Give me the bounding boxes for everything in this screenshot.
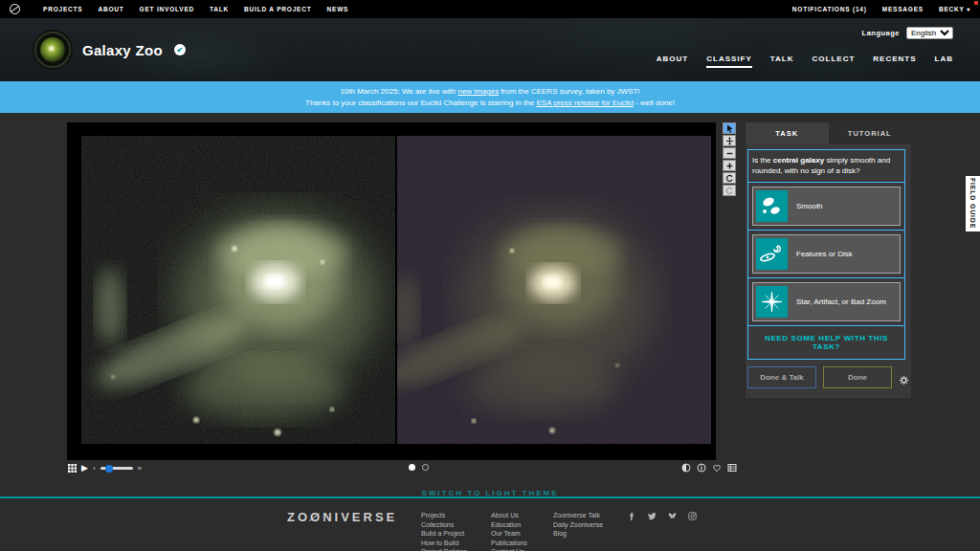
star-artifact-icon: [756, 286, 788, 318]
banner-line-1: 10th March 2025: We are live with new im…: [0, 86, 980, 98]
task-question: Is the central galaxy simply smooth and …: [748, 150, 904, 183]
nav-collect[interactable]: COLLECT: [813, 55, 856, 68]
viewer-controls: ▶ › »: [67, 462, 737, 474]
footer-link[interactable]: Publications: [491, 540, 527, 546]
topbar-notifications[interactable]: NOTIFICATIONS (14): [792, 6, 867, 12]
answer-smooth-button[interactable]: Smooth: [752, 187, 901, 226]
topbar-messages[interactable]: MESSAGES: [882, 6, 924, 12]
topbar-about[interactable]: ABOUT: [98, 6, 123, 12]
footer-column-talk: Zooniverse Talk Daily Zooniverse Blog: [553, 512, 603, 537]
viewer-toolbar: [723, 122, 736, 196]
language-label: Language: [862, 29, 900, 37]
tab-task[interactable]: TASK: [746, 122, 829, 144]
zooniverse-wordmark[interactable]: ZOONIVERSE: [287, 510, 397, 524]
subject-viewer: [67, 122, 716, 460]
footer-column-projects: Projects Collections Build a Project How…: [421, 512, 467, 551]
footer-link[interactable]: About Us: [491, 512, 527, 518]
zooniverse-logo-icon[interactable]: [10, 4, 20, 14]
move-tool-icon[interactable]: [723, 135, 736, 146]
nav-about[interactable]: ABOUT: [657, 55, 688, 68]
zoom-out-icon[interactable]: [723, 147, 736, 159]
footer-link[interactable]: Daily Zooniverse: [553, 521, 603, 528]
topbar-user-menu[interactable]: BECKY ▾: [939, 6, 970, 12]
alert-dot: [974, 1, 978, 5]
facebook-icon[interactable]: [628, 512, 636, 520]
done-button[interactable]: Done: [823, 366, 892, 388]
play-flipbook-icon[interactable]: ▶: [81, 464, 88, 473]
project-title: Galaxy Zoo: [82, 42, 163, 58]
language-select[interactable]: English: [906, 27, 953, 39]
subject-image-left[interactable]: [81, 136, 395, 444]
nav-talk[interactable]: TALK: [770, 55, 794, 68]
footer-link[interactable]: How to Build: [421, 540, 467, 546]
tab-tutorial[interactable]: TUTORIAL: [829, 122, 912, 144]
subject-image-right[interactable]: [397, 136, 711, 444]
nav-lab[interactable]: LAB: [935, 55, 953, 68]
playback-speed-slider[interactable]: [100, 467, 133, 470]
esa-press-release-link[interactable]: ESA press release for Euclid: [536, 99, 633, 107]
footer-column-about: About Us Education Our Team Publications…: [491, 512, 527, 551]
done-and-talk-button[interactable]: Done & Talk: [747, 366, 816, 388]
answer-features-disk-button[interactable]: Features or Disk: [752, 234, 901, 274]
zooniverse-top-bar: PROJECTS ABOUT GET INVOLVED TALK BUILD A…: [0, 0, 980, 18]
footer: ZOONIVERSE Projects Collections Build a …: [0, 496, 980, 551]
smooth-galaxy-icon: [756, 190, 788, 222]
favorite-heart-icon[interactable]: [712, 463, 722, 473]
topbar-get-involved[interactable]: GET INVOLVED: [140, 6, 195, 12]
speed-slow-icon[interactable]: ›: [93, 464, 96, 473]
bluesky-icon[interactable]: [668, 512, 677, 520]
task-help-link[interactable]: NEED SOME HELP WITH THIS TASK?: [748, 326, 904, 359]
footer-social: [628, 512, 697, 520]
spiral-galaxy-icon: [756, 238, 788, 270]
chevron-down-icon: ▾: [967, 7, 970, 12]
task-settings-gear-icon[interactable]: [899, 372, 909, 384]
frame-indicators: [409, 464, 429, 471]
field-guide-tab[interactable]: FIELD GUIDE: [966, 176, 980, 231]
galaxy-zoo-avatar[interactable]: [34, 32, 71, 68]
nav-recents[interactable]: RECENTS: [873, 55, 916, 68]
topbar-projects[interactable]: PROJECTS: [43, 6, 82, 12]
project-header: Galaxy Zoo ✔ Language English ABOUT CLAS…: [0, 18, 980, 81]
footer-link[interactable]: Zooniverse Talk: [553, 512, 603, 518]
reset-view-icon[interactable]: [723, 185, 736, 196]
footer-link[interactable]: Education: [491, 521, 527, 528]
task-box: Is the central galaxy simply smooth and …: [747, 149, 905, 360]
footer-link[interactable]: Build a Project: [421, 530, 467, 537]
footer-link[interactable]: Projects: [421, 512, 467, 518]
footer-link[interactable]: Our Team: [491, 530, 527, 537]
topbar-news[interactable]: NEWS: [327, 6, 349, 12]
add-to-collection-icon[interactable]: [727, 463, 737, 473]
project-nav: ABOUT CLASSIFY TALK COLLECT RECENTS LAB: [657, 55, 953, 68]
task-panel: TASK TUTORIAL Is the central galaxy simp…: [746, 122, 911, 398]
verified-check-icon: ✔: [174, 44, 186, 55]
nav-classify[interactable]: CLASSIFY: [706, 55, 752, 68]
new-images-link[interactable]: new images: [457, 87, 499, 96]
annotate-pointer-icon[interactable]: [723, 122, 736, 134]
instagram-icon[interactable]: [688, 512, 697, 520]
topbar-talk[interactable]: TALK: [210, 6, 229, 12]
twitter-icon[interactable]: [648, 512, 657, 520]
footer-link[interactable]: Collections: [421, 521, 467, 528]
answer-star-artifact-button[interactable]: Star, Artifact, or Bad Zoom: [752, 282, 901, 321]
rotate-icon[interactable]: [723, 172, 736, 184]
galaxy-zoo-classify-page: PROJECTS ABOUT GET INVOLVED TALK BUILD A…: [0, 0, 980, 551]
speed-fast-icon[interactable]: »: [138, 464, 142, 473]
invert-colors-icon[interactable]: [681, 463, 691, 473]
frame-2-dot[interactable]: [422, 464, 429, 471]
thumbnail-grid-icon[interactable]: [68, 464, 77, 473]
subject-info-icon[interactable]: [697, 463, 706, 473]
topbar-build-a-project[interactable]: BUILD A PROJECT: [244, 6, 311, 12]
footer-link[interactable]: Blog: [553, 530, 603, 537]
frame-1-dot[interactable]: [409, 464, 415, 471]
banner-line-2: Thanks to your classifications our Eucli…: [0, 98, 980, 109]
announcement-banner: 10th March 2025: We are live with new im…: [0, 81, 980, 113]
slider-thumb[interactable]: [105, 465, 113, 473]
zoom-in-icon[interactable]: [723, 160, 736, 171]
